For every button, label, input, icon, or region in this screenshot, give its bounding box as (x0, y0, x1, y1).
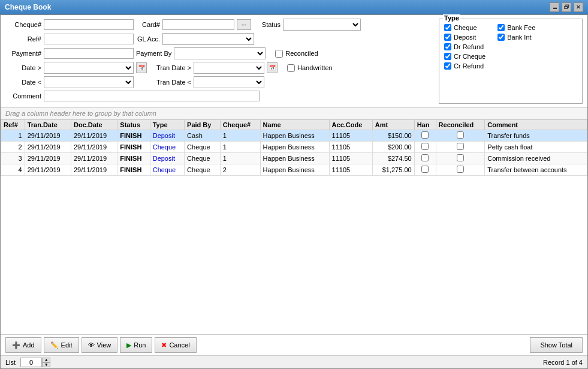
status-select[interactable] (283, 19, 361, 31)
comment-input[interactable] (44, 91, 260, 101)
cell-6: 2 (220, 164, 260, 176)
add-icon: ➕ (12, 341, 20, 349)
data-table: Ref# Tran.Date Doc.Date Status Type Paid… (1, 119, 587, 176)
cell-11[interactable] (436, 164, 485, 176)
gl-acc-select[interactable] (162, 33, 254, 45)
spin-down-button[interactable]: ▼ (42, 362, 50, 367)
cell-10[interactable] (414, 164, 436, 176)
col-ref[interactable]: Ref# (1, 120, 25, 130)
handwritten-label: Handwritten (297, 64, 333, 71)
cell-8: 11105 (329, 130, 372, 142)
ref-input[interactable] (44, 34, 134, 44)
cell-10[interactable] (414, 130, 436, 142)
type-dr-refund-checkbox[interactable] (444, 43, 451, 50)
cell-11[interactable] (436, 153, 485, 164)
cell-11[interactable] (436, 130, 485, 142)
type-cheque-checkbox[interactable] (444, 24, 451, 31)
ref-label: Ref# (5, 35, 41, 43)
col-tran-date[interactable]: Tran.Date (25, 120, 71, 130)
col-han[interactable]: Han (414, 120, 436, 130)
type-deposit-checkbox[interactable] (444, 34, 451, 41)
cell-10[interactable] (414, 142, 436, 153)
run-button[interactable]: ▶ Run (120, 337, 152, 353)
type-cr-refund-checkbox[interactable] (444, 62, 451, 70)
date-gt-cal-button[interactable]: 📅 (136, 62, 147, 73)
reconciled-checkbox[interactable] (275, 50, 283, 58)
cell-10[interactable] (414, 153, 436, 164)
cell-1: 29/11/2019 (25, 164, 71, 176)
cell-12: Commission received (485, 153, 587, 164)
form-row-cheque: Cheque# Card# ··· Status (5, 19, 432, 31)
col-amt[interactable]: Amt (372, 120, 414, 130)
col-type[interactable]: Type (150, 120, 184, 130)
type-legend: Type (443, 14, 460, 22)
minimize-button[interactable]: 🗕 (550, 2, 559, 12)
date-gt-select[interactable] (44, 62, 134, 74)
col-name[interactable]: Name (260, 120, 329, 130)
cell-1: 29/11/2019 (25, 130, 71, 142)
cell-9: $1,275.00 (372, 164, 414, 176)
payment-input[interactable] (44, 48, 134, 59)
col-reconciled[interactable]: Reconciled (436, 120, 485, 130)
card-dots-button[interactable]: ··· (237, 19, 251, 30)
table-header-row: Ref# Tran.Date Doc.Date Status Type Paid… (1, 120, 587, 130)
cancel-button[interactable]: ✖ Cancel (155, 337, 196, 353)
payment-by-select[interactable] (174, 47, 266, 59)
edit-button[interactable]: ✏️ Edit (44, 337, 79, 353)
cell-2: 29/11/2019 (71, 130, 117, 142)
date-gt-label: Date > (5, 64, 41, 71)
type-dr-refund-label: Dr Refund (454, 43, 484, 50)
type-bank-fee-row: Bank Fee (497, 24, 535, 31)
cell-8: 11105 (329, 164, 372, 176)
cell-11[interactable] (436, 142, 485, 153)
tran-date-gt-label: Tran Date > (149, 64, 191, 71)
tran-date-lt-select[interactable] (194, 76, 264, 88)
cell-6: 1 (220, 130, 260, 142)
col-paid-by[interactable]: Paid By (185, 120, 221, 130)
cell-12: Transfer funds (485, 130, 587, 142)
type-cr-refund-label: Cr Refund (454, 62, 484, 70)
restore-button[interactable]: 🗗 (562, 2, 571, 12)
type-bank-fee-checkbox[interactable] (497, 24, 505, 31)
col-doc-date[interactable]: Doc.Date (71, 120, 117, 130)
type-deposit-label: Deposit (454, 34, 476, 41)
cell-5: Cheque (185, 153, 221, 164)
date-lt-select[interactable] (44, 76, 134, 88)
col-comment[interactable]: Comment (485, 120, 587, 130)
cell-5: Cash (185, 130, 221, 142)
table-row[interactable]: 329/11/201929/11/2019FINISHDepositCheque… (1, 153, 587, 164)
col-status[interactable]: Status (117, 120, 150, 130)
cell-0: 1 (1, 130, 25, 142)
card-label: Card# (136, 21, 160, 28)
cell-6: 1 (220, 142, 260, 153)
type-cr-cheque-checkbox[interactable] (444, 53, 451, 60)
type-deposit-row: Deposit (444, 34, 486, 41)
type-dr-refund-row: Dr Refund (444, 43, 486, 50)
col-cheque[interactable]: Cheque# (220, 120, 260, 130)
tran-date-gt-cal-button[interactable]: 📅 (267, 62, 278, 73)
card-input[interactable] (162, 19, 234, 30)
handwritten-checkbox[interactable] (287, 64, 295, 72)
spin-input[interactable]: ▲ ▼ (20, 358, 50, 367)
table-row[interactable]: 229/11/201929/11/2019FINISHChequeCheque1… (1, 142, 587, 153)
table-row[interactable]: 129/11/201929/11/2019FINISHDepositCash1H… (1, 130, 587, 142)
tran-date-gt-select[interactable] (194, 62, 264, 74)
spin-up-button[interactable]: ▲ (42, 358, 50, 362)
main-content: Cheque# Card# ··· Status Ref# GL Acc. (0, 14, 588, 369)
close-button[interactable]: ✕ (574, 2, 583, 12)
cheque-input[interactable] (44, 19, 134, 30)
show-total-button[interactable]: Show Total (530, 337, 583, 353)
spin-value[interactable] (20, 358, 42, 367)
footer-area: ➕ Add ✏️ Edit 👁 View ▶ Run ✖ Cancel Show… (1, 334, 587, 355)
cell-4: Deposit (150, 130, 184, 142)
cell-5: Cheque (185, 164, 221, 176)
type-bank-int-checkbox[interactable] (497, 34, 505, 41)
cell-4: Cheque (150, 142, 184, 153)
cell-9: $150.00 (372, 130, 414, 142)
table-row[interactable]: 429/11/201929/11/2019FINISHChequeCheque2… (1, 164, 587, 176)
cell-5: Cheque (185, 142, 221, 153)
window-controls[interactable]: 🗕 🗗 ✕ (550, 2, 583, 12)
col-acc-code[interactable]: Acc.Code (329, 120, 372, 130)
view-button[interactable]: 👁 View (82, 337, 118, 353)
add-button[interactable]: ➕ Add (5, 337, 41, 353)
